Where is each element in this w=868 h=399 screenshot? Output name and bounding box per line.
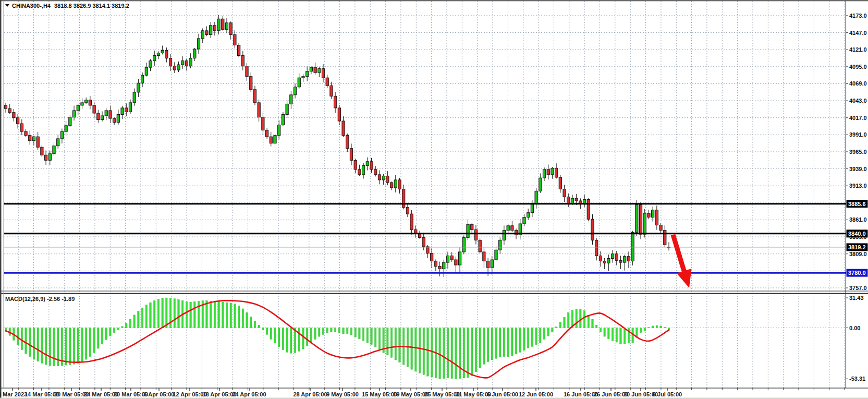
candle-bear [479, 240, 481, 252]
candle-bear [125, 108, 128, 112]
macd-histogram-bar [338, 328, 340, 333]
candle-bear [113, 118, 116, 123]
price-tick-label: 4069.0 [849, 80, 867, 87]
price-tick-label: 3965.0 [849, 149, 867, 155]
candle-bull [459, 252, 461, 265]
macd-histogram-bar [81, 328, 83, 362]
macd-histogram-bar [547, 328, 549, 336]
candle-bull [282, 114, 284, 125]
time-tick-label: 12 Apr 05:00 [173, 391, 206, 397]
price-tick-label: 3913.0 [849, 183, 867, 189]
macd-histogram-bar [427, 328, 429, 377]
price-level-badge-label: 3885.6 [848, 201, 866, 207]
macd-histogram-bar [73, 328, 75, 365]
candle-bear [89, 100, 91, 105]
time-tick-label: 30 Mar 05:00 [114, 391, 148, 397]
candle-bull [635, 205, 638, 233]
candle-bull [467, 224, 469, 237]
candle-bull [652, 210, 654, 217]
price-tick-label: 4147.0 [849, 30, 867, 36]
macd-histogram-bar [652, 326, 653, 328]
chart-canvas: 4173.04147.04121.04095.04069.04043.04017… [0, 0, 868, 399]
candle-bear [547, 170, 549, 175]
candle-bear [599, 256, 602, 261]
macd-histogram-bar [274, 328, 276, 343]
candle-bull [531, 204, 533, 212]
candle-bear [358, 170, 361, 175]
macd-histogram-bar [419, 328, 420, 373]
candle-bear [406, 208, 409, 214]
candle-bull [491, 260, 493, 268]
candle-bull [65, 126, 67, 131]
macd-histogram-bar [362, 328, 364, 341]
time-tick-label: 16 Jun 05:00 [564, 391, 598, 397]
candle-bull [153, 56, 156, 61]
candle-bear [591, 219, 594, 240]
chart-plot-area[interactable] [4, 1, 846, 388]
macd-histogram-bar [222, 302, 224, 328]
candle-bull [48, 154, 51, 161]
macd-histogram-bar [218, 301, 219, 328]
candle-bear [229, 23, 232, 35]
candle-bull [499, 240, 502, 250]
candle-bear [483, 252, 485, 261]
macd-histogram-bar [487, 328, 488, 362]
macd-histogram-bar [101, 328, 103, 344]
macd-histogram-bar [620, 328, 621, 344]
candle-bull [527, 213, 530, 217]
candle-bear [426, 247, 429, 253]
macd-histogram-bar [423, 328, 424, 375]
candle-bear [567, 197, 570, 204]
candle-bear [165, 51, 168, 58]
candle-bear [434, 261, 437, 267]
macd-histogram-bar [467, 328, 469, 378]
candle-bear [334, 96, 337, 108]
candle-bear [455, 260, 457, 265]
candle-bull [278, 125, 280, 136]
macd-histogram-bar [515, 328, 517, 354]
price-tick-label: 3809.0 [849, 251, 867, 257]
macd-histogram-bar [656, 325, 657, 328]
candle-bull [129, 103, 131, 112]
candle-bear [29, 136, 31, 141]
candle-bear [450, 256, 453, 260]
macd-histogram-bar [41, 328, 43, 364]
candle-bear [615, 254, 618, 261]
price-level-badge-label: 3840.0 [848, 231, 866, 237]
time-tick-label: 6 Jul 05:00 [653, 391, 682, 397]
macd-histogram-bar [278, 328, 280, 347]
macd-histogram-bar [194, 301, 195, 328]
candle-bear [431, 253, 433, 261]
time-tick-label: 18 Apr 05:00 [202, 391, 236, 397]
macd-histogram-bar [507, 328, 509, 357]
macd-histogram-bar [109, 328, 111, 336]
candle-bear [575, 198, 578, 201]
macd-histogram-bar [138, 311, 139, 328]
macd-histogram-bar [660, 326, 662, 328]
candle-bull [217, 19, 220, 31]
candle-bear [619, 260, 622, 262]
macd-histogram-bar [25, 328, 27, 354]
macd-histogram-bar [583, 311, 585, 328]
macd-histogram-bar [250, 317, 252, 328]
candle-bear [587, 200, 590, 220]
macd-histogram-bar [395, 328, 396, 360]
macd-histogram-bar [431, 328, 432, 377]
macd-histogram-bar [286, 328, 288, 353]
candle-bull [85, 100, 88, 103]
candle-bear [486, 261, 489, 268]
candle-bear [474, 229, 477, 240]
macd-histogram-bar [282, 328, 284, 350]
candle-bull [53, 146, 55, 154]
candle-bear [262, 117, 264, 130]
candle-bear [390, 183, 393, 188]
candle-bull [571, 198, 573, 203]
macd-histogram-bar [145, 305, 147, 328]
candle-bear [350, 149, 352, 161]
macd-histogram-bar [85, 328, 87, 359]
candle-bear [370, 162, 373, 170]
macd-histogram-bar [29, 328, 31, 357]
macd-histogram-bar [499, 328, 501, 357]
macd-histogram-bar [238, 306, 239, 328]
macd-histogram-bar [523, 328, 525, 350]
